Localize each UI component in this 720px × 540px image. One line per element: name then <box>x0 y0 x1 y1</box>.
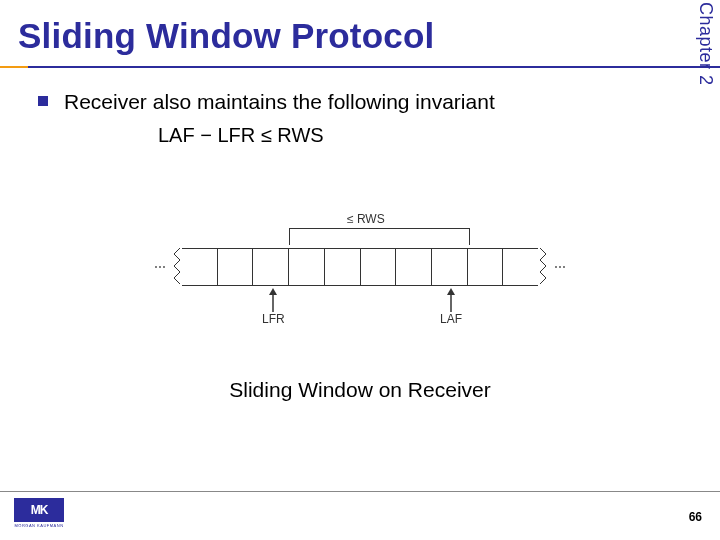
frame-cell <box>361 249 397 285</box>
frame-cell <box>289 249 325 285</box>
invariant-text: LAF − LFR ≤ RWS <box>158 124 680 147</box>
title-accent <box>0 66 28 68</box>
frame-cell <box>325 249 361 285</box>
title-underline <box>0 66 720 68</box>
ellipsis-right: ⋯ <box>554 260 566 274</box>
page-number: 66 <box>689 510 702 524</box>
frame-cell <box>396 249 432 285</box>
slide: Chapter 2 Sliding Window Protocol Receiv… <box>0 0 720 540</box>
laf-label: LAF <box>440 312 462 326</box>
svg-marker-3 <box>447 288 455 295</box>
page-title: Sliding Window Protocol <box>18 16 660 56</box>
title-wrap: Sliding Window Protocol <box>18 16 660 56</box>
footer-divider <box>0 491 720 492</box>
sliding-window-diagram: ⋯ ⋯ ≤ RWS <box>150 220 570 360</box>
svg-marker-1 <box>269 288 277 295</box>
frame-cell <box>253 249 289 285</box>
bullet-row: Receiver also maintains the following in… <box>38 90 680 114</box>
frame-cell <box>432 249 468 285</box>
logo-subtext: MORGAN KAUFMANN <box>14 523 64 528</box>
frame-cell <box>503 249 538 285</box>
logo-mark: MK <box>14 498 64 522</box>
frame-cell <box>218 249 254 285</box>
publisher-logo: MK MORGAN KAUFMANN <box>14 498 64 530</box>
rws-bracket <box>289 228 470 245</box>
ellipsis-left: ⋯ <box>154 260 166 274</box>
chapter-label: Chapter 2 <box>695 2 716 86</box>
body: Receiver also maintains the following in… <box>38 90 680 147</box>
jagged-edge-right-icon <box>538 248 548 284</box>
frame-cell <box>468 249 504 285</box>
lfr-arrow-icon <box>272 288 274 310</box>
lfr-label: LFR <box>262 312 285 326</box>
diagram-caption: Sliding Window on Receiver <box>0 378 720 402</box>
laf-arrow-icon <box>450 288 452 310</box>
bullet-icon <box>38 96 48 106</box>
bullet-text: Receiver also maintains the following in… <box>64 90 495 114</box>
frame-cell <box>182 249 218 285</box>
frame-strip <box>182 248 538 286</box>
jagged-edge-left-icon <box>172 248 182 284</box>
rws-bracket-label: ≤ RWS <box>347 212 385 226</box>
